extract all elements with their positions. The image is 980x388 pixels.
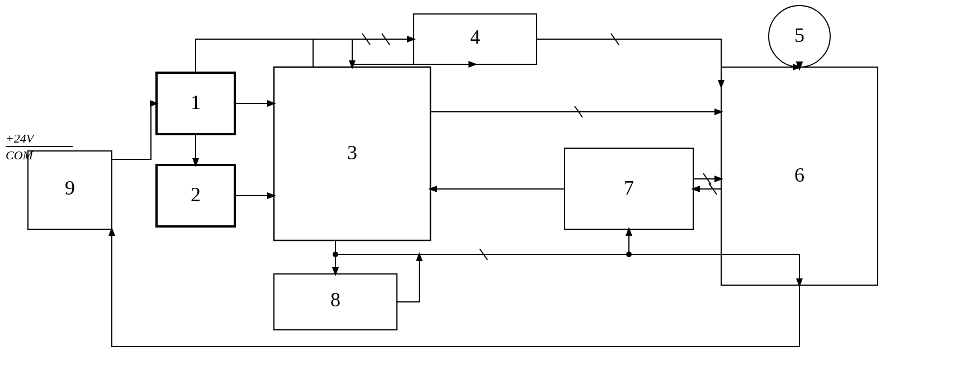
block-1-label: 1 xyxy=(191,91,201,113)
block-9-label: 9 xyxy=(65,177,75,199)
block-7-label: 7 xyxy=(624,177,634,199)
block-8-label: 8 xyxy=(330,288,340,311)
block-diagram: 9 +24V COM 1 2 3 4 5 6 7 8 xyxy=(0,0,980,388)
power-pos-label: +24V xyxy=(6,131,35,145)
block-4-label: 4 xyxy=(470,26,480,48)
block-2-label: 2 xyxy=(191,183,201,206)
block-3-label: 3 xyxy=(347,141,357,164)
block-6-label: 6 xyxy=(794,164,804,186)
block-5-label: 5 xyxy=(794,24,804,46)
power-neg-label: COM xyxy=(6,148,34,162)
